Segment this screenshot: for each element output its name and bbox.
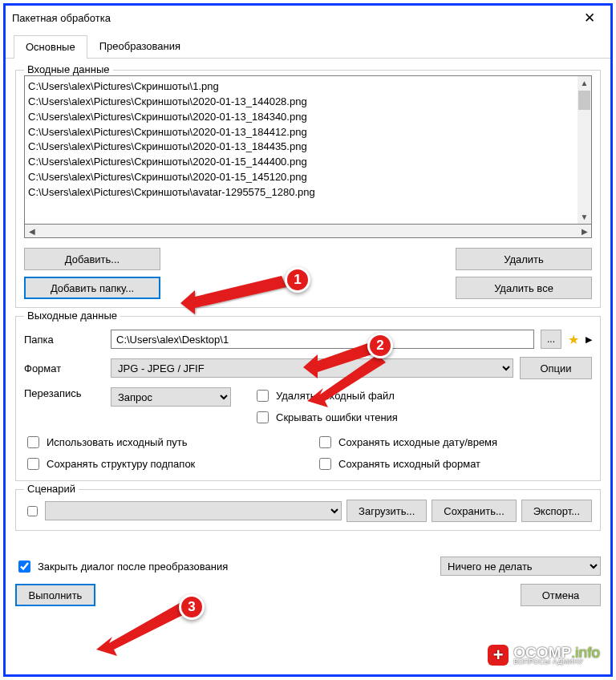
scenario-save-button[interactable]: Сохранить...	[432, 500, 516, 522]
folder-label: Папка	[24, 334, 104, 346]
tab-transform[interactable]: Преобразования	[87, 34, 192, 58]
list-item[interactable]: C:\Users\alex\Pictures\Скриншоты\2020-01…	[28, 110, 576, 125]
add-button[interactable]: Добавить...	[24, 248, 160, 270]
list-item[interactable]: C:\Users\alex\Pictures\Скриншоты\2020-01…	[28, 140, 576, 155]
chk-use-src-path[interactable]: Использовать исходный путь	[24, 434, 300, 451]
output-legend: Выходные данные	[24, 310, 120, 322]
tab-main[interactable]: Основные	[14, 35, 87, 59]
window-title: Пакетная обработка	[12, 12, 111, 24]
annotation-arrow-1	[180, 269, 293, 318]
chk-keep-date[interactable]: Сохранять исходные дату/время	[316, 434, 592, 451]
input-legend: Входные данные	[24, 63, 113, 75]
annotation-badge-1: 1	[285, 267, 310, 293]
scroll-down-icon[interactable]: ▼	[578, 210, 591, 224]
list-item[interactable]: C:\Users\alex\Pictures\Скриншоты\2020-01…	[28, 170, 576, 185]
scenario-group: Сценарий Загрузить... Сохранить... Экспо…	[15, 489, 601, 531]
svg-marker-3	[96, 603, 188, 656]
chk-close-after[interactable]: Закрыть диалог после преобразования	[15, 558, 228, 575]
remove-button[interactable]: Удалить	[456, 248, 592, 270]
annotation-badge-3: 3	[179, 594, 205, 620]
scroll-left-icon[interactable]: ◀	[25, 227, 38, 236]
after-action-select[interactable]: Ничего не делать	[440, 557, 601, 576]
vscrollbar[interactable]: ▲ ▼	[578, 76, 591, 224]
remove-all-button[interactable]: Удалить все	[456, 277, 592, 299]
favorite-icon[interactable]: ★	[568, 332, 579, 347]
scroll-right-icon[interactable]: ▶	[578, 227, 591, 236]
list-item[interactable]: C:\Users\alex\Pictures\Скриншоты\2020-01…	[28, 125, 576, 140]
options-button[interactable]: Oпции	[520, 357, 592, 379]
scroll-up-icon[interactable]: ▲	[578, 76, 590, 90]
file-list[interactable]: C:\Users\alex\Pictures\Скриншоты\1.pngC:…	[24, 75, 592, 225]
watermark: + OCOMP.info ВОПРОСЫ АДМИНУ	[488, 645, 600, 666]
annotation-arrow-3	[96, 603, 192, 659]
scenario-export-button[interactable]: Экспорт...	[521, 500, 592, 522]
watermark-plus-icon: +	[488, 645, 509, 666]
overwrite-label: Перезапись	[24, 387, 104, 399]
list-item[interactable]: C:\Users\alex\Pictures\Скриншоты\avatar-…	[28, 185, 576, 200]
overwrite-select[interactable]: Запрос	[111, 387, 231, 407]
chk-hide-read-err[interactable]: Скрывать ошибки чтения	[253, 409, 592, 426]
list-item[interactable]: C:\Users\alex\Pictures\Скриншоты\1.png	[28, 79, 576, 95]
browse-button[interactable]: ...	[541, 330, 561, 349]
list-item[interactable]: C:\Users\alex\Pictures\Скриншоты\2020-01…	[28, 95, 576, 110]
more-icon[interactable]: ▶	[586, 334, 592, 345]
scenario-select[interactable]	[45, 501, 342, 520]
execute-button[interactable]: Выполнить	[15, 584, 95, 606]
list-item[interactable]: C:\Users\alex\Pictures\Скриншоты\2020-01…	[28, 155, 576, 170]
chk-delete-src[interactable]: Удалять исходный файл	[253, 387, 592, 404]
add-folder-button[interactable]: Добавить папку...	[24, 277, 160, 299]
svg-marker-0	[180, 276, 286, 314]
annotation-badge-2: 2	[367, 333, 393, 358]
scenario-enable-checkbox[interactable]	[27, 506, 38, 516]
scroll-thumb[interactable]	[578, 91, 590, 110]
chk-keep-subfolders[interactable]: Сохранять структуру подпапок	[24, 455, 300, 472]
format-label: Формат	[24, 362, 104, 374]
cancel-button[interactable]: Отмена	[521, 584, 601, 606]
tabs: Основные Преобразования	[6, 34, 610, 59]
chk-keep-format[interactable]: Сохранять исходный формат	[316, 455, 592, 472]
annotation-arrow-2b	[307, 354, 395, 411]
close-icon[interactable]: ✕	[572, 10, 607, 26]
svg-marker-2	[307, 354, 386, 407]
scenario-load-button[interactable]: Загрузить...	[346, 500, 427, 522]
scenario-legend: Сценарий	[24, 483, 79, 495]
hscrollbar[interactable]: ◀ ▶	[24, 225, 592, 238]
